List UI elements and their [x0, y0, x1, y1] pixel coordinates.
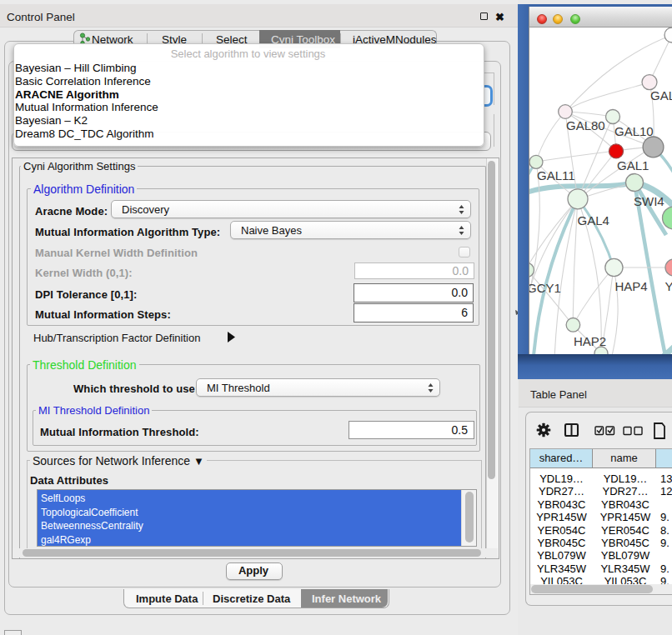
svg-text:GAL11: GAL11: [537, 168, 575, 182]
svg-text:SWI4: SWI4: [634, 194, 664, 208]
svg-text:HAP2: HAP2: [574, 334, 606, 348]
svg-text:GAL80: GAL80: [566, 118, 605, 132]
svg-text:GAL10: GAL10: [614, 124, 654, 138]
svg-text:HAP4: HAP4: [615, 279, 648, 293]
svg-text:GAL1: GAL1: [617, 158, 649, 172]
svg-text:GCY1: GCY1: [529, 281, 561, 295]
svg-text:GAL4: GAL4: [578, 213, 609, 228]
svg-text:GAL2: GAL2: [650, 88, 672, 102]
svg-text:Y: Y: [665, 279, 672, 293]
